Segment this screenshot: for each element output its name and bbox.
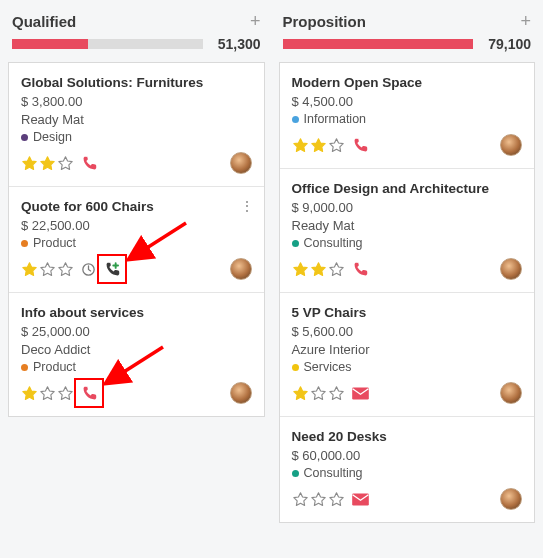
- card-amount: $ 60,000.00: [292, 448, 523, 463]
- tag-label: Services: [304, 360, 352, 374]
- star-icon[interactable]: [310, 385, 327, 402]
- card-actions: [21, 384, 99, 403]
- priority-stars[interactable]: [292, 137, 345, 154]
- star-icon[interactable]: [292, 491, 309, 508]
- avatar[interactable]: [500, 258, 522, 280]
- card-tag: Product: [21, 360, 252, 374]
- card-title: Info about services: [21, 305, 252, 320]
- kanban-card[interactable]: Need 20 Desks$ 60,000.00Consulting: [280, 417, 535, 522]
- card-actions: [292, 136, 370, 155]
- phone-icon[interactable]: [351, 136, 370, 155]
- card-title: Modern Open Space: [292, 75, 523, 90]
- envelope-icon[interactable]: [351, 492, 370, 507]
- card-actions: [292, 385, 370, 402]
- card-amount: $ 25,000.00: [21, 324, 252, 339]
- kanban-card[interactable]: Office Design and Architecture$ 9,000.00…: [280, 169, 535, 293]
- avatar[interactable]: [500, 382, 522, 404]
- avatar[interactable]: [230, 258, 252, 280]
- star-icon[interactable]: [292, 137, 309, 154]
- phone-icon[interactable]: [80, 154, 99, 173]
- avatar[interactable]: [500, 134, 522, 156]
- priority-stars[interactable]: [292, 261, 345, 278]
- star-icon[interactable]: [310, 491, 327, 508]
- tag-dot-icon: [292, 470, 299, 477]
- column-header: Qualified+: [8, 10, 265, 36]
- column-summary: 51,300: [8, 36, 265, 62]
- tag-label: Information: [304, 112, 367, 126]
- kanban-card[interactable]: Global Solutions: Furnitures$ 3,800.00Re…: [9, 63, 264, 187]
- star-icon[interactable]: [328, 491, 345, 508]
- column-total: 51,300: [211, 36, 261, 52]
- star-icon[interactable]: [328, 261, 345, 278]
- card-footer: [21, 382, 252, 404]
- card-amount: $ 5,600.00: [292, 324, 523, 339]
- star-icon[interactable]: [292, 261, 309, 278]
- plus-icon[interactable]: +: [520, 12, 531, 30]
- card-tag: Consulting: [292, 466, 523, 480]
- star-icon[interactable]: [21, 261, 38, 278]
- star-icon[interactable]: [57, 385, 74, 402]
- card-actions: [292, 491, 370, 508]
- star-icon[interactable]: [39, 261, 56, 278]
- tag-dot-icon: [21, 240, 28, 247]
- column-header: Proposition+: [279, 10, 536, 36]
- phone-icon[interactable]: [80, 384, 99, 403]
- phone-plus-icon[interactable]: [103, 260, 122, 279]
- priority-stars[interactable]: [21, 385, 74, 402]
- priority-stars[interactable]: [21, 155, 74, 172]
- avatar[interactable]: [230, 382, 252, 404]
- card-tag: Services: [292, 360, 523, 374]
- star-icon[interactable]: [21, 155, 38, 172]
- star-icon[interactable]: [57, 155, 74, 172]
- tag-label: Product: [33, 360, 76, 374]
- priority-stars[interactable]: [21, 261, 74, 278]
- tag-dot-icon: [292, 364, 299, 371]
- star-icon[interactable]: [57, 261, 74, 278]
- kebab-icon[interactable]: ⋮: [240, 199, 254, 213]
- card-tag: Consulting: [292, 236, 523, 250]
- card-tag: Product: [21, 236, 252, 250]
- star-icon[interactable]: [39, 385, 56, 402]
- card-actions: [21, 260, 122, 279]
- kanban-card[interactable]: Modern Open Space$ 4,500.00Information: [280, 63, 535, 169]
- card-footer: [21, 152, 252, 174]
- card-footer: [292, 382, 523, 404]
- star-icon[interactable]: [328, 137, 345, 154]
- progress-bar: [283, 39, 474, 49]
- card-actions: [292, 260, 370, 279]
- card-customer: Azure Interior: [292, 342, 523, 357]
- star-icon[interactable]: [328, 385, 345, 402]
- clock-icon[interactable]: [80, 261, 97, 278]
- phone-icon[interactable]: [351, 260, 370, 279]
- card-actions: [21, 154, 99, 173]
- avatar[interactable]: [230, 152, 252, 174]
- star-icon[interactable]: [21, 385, 38, 402]
- star-icon[interactable]: [310, 261, 327, 278]
- card-customer: Ready Mat: [292, 218, 523, 233]
- tag-label: Design: [33, 130, 72, 144]
- column-title: Proposition: [283, 13, 366, 30]
- kanban-card[interactable]: 5 VP Chairs$ 5,600.00Azure InteriorServi…: [280, 293, 535, 417]
- plus-icon[interactable]: +: [250, 12, 261, 30]
- card-customer: Deco Addict: [21, 342, 252, 357]
- star-icon[interactable]: [310, 137, 327, 154]
- kanban-card[interactable]: ⋮Quote for 600 Chairs$ 22,500.00Product: [9, 187, 264, 293]
- card-amount: $ 4,500.00: [292, 94, 523, 109]
- column-title: Qualified: [12, 13, 76, 30]
- card-title: 5 VP Chairs: [292, 305, 523, 320]
- envelope-icon[interactable]: [351, 386, 370, 401]
- card-footer: [292, 488, 523, 510]
- card-title: Need 20 Desks: [292, 429, 523, 444]
- priority-stars[interactable]: [292, 385, 345, 402]
- avatar[interactable]: [500, 488, 522, 510]
- card-tag: Design: [21, 130, 252, 144]
- priority-stars[interactable]: [292, 491, 345, 508]
- card-footer: [21, 258, 252, 280]
- kanban-card[interactable]: Info about services$ 25,000.00Deco Addic…: [9, 293, 264, 416]
- card-title: Global Solutions: Furnitures: [21, 75, 252, 90]
- star-icon[interactable]: [39, 155, 56, 172]
- star-icon[interactable]: [292, 385, 309, 402]
- kanban-column: Qualified+51,300Global Solutions: Furnit…: [8, 10, 265, 523]
- tag-label: Consulting: [304, 466, 363, 480]
- progress-bar: [12, 39, 203, 49]
